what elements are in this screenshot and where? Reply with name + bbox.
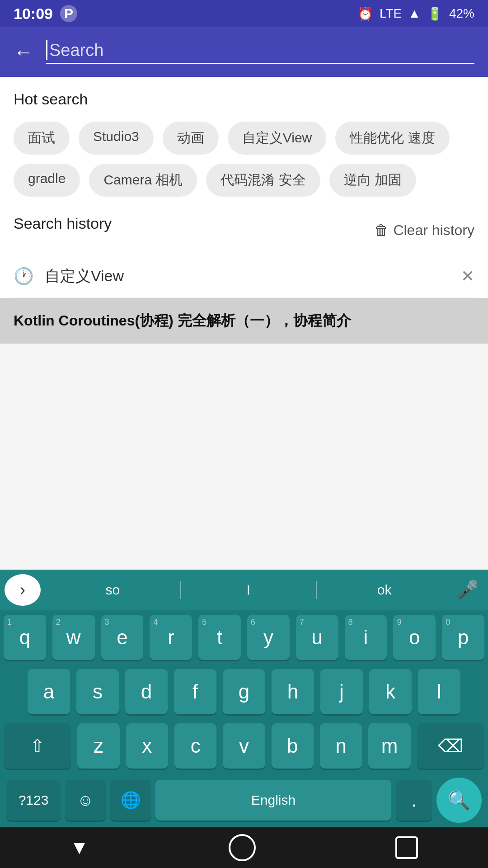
search-bar: ← Search	[0, 27, 488, 77]
globe-icon: 🌐	[121, 791, 141, 810]
suggestion-so[interactable]: so	[45, 582, 180, 598]
key-h[interactable]: h	[272, 669, 314, 714]
key-space[interactable]: English	[155, 780, 391, 821]
clear-history-label: Clear history	[393, 222, 474, 239]
suggestion-ok[interactable]: ok	[317, 582, 452, 598]
tag-item[interactable]: gradle	[14, 164, 80, 197]
key-x[interactable]: x	[126, 723, 168, 769]
key-period[interactable]: .	[396, 780, 432, 821]
history-item-text[interactable]: 自定义View	[45, 266, 124, 287]
key-globe[interactable]: 🌐	[110, 780, 151, 821]
key-o[interactable]: 9o	[393, 615, 436, 660]
key-n[interactable]: n	[320, 723, 362, 769]
key-j[interactable]: j	[320, 669, 363, 714]
keyboard-row-1: 1q 2w 3e 4r 5t 6y 7u 8i 9o 0p	[0, 610, 488, 665]
history-header: Search history 🗑 Clear history	[14, 215, 474, 246]
key-p[interactable]: 0p	[442, 615, 484, 660]
tag-item[interactable]: 逆向 加固	[329, 164, 416, 197]
search-history-title: Search history	[14, 215, 112, 232]
key-l[interactable]: l	[418, 669, 460, 714]
nav-home-icon	[229, 834, 256, 861]
suggestions-row: › so I ok 🎤	[0, 570, 488, 610]
navigation-bar: ▼	[0, 827, 488, 868]
search-history-section: Search history 🗑 Clear history 🕐 自定义View…	[14, 215, 474, 298]
key-emoji[interactable]: ☺	[65, 780, 106, 821]
nav-back-icon: ▼	[70, 837, 89, 858]
clock-icon: 🕐	[14, 267, 34, 286]
key-numbers[interactable]: ?123	[6, 780, 61, 821]
key-z[interactable]: z	[77, 723, 119, 769]
history-item-close[interactable]: ✕	[461, 267, 474, 286]
tag-item[interactable]: 面试	[14, 122, 70, 155]
key-y[interactable]: 6y	[247, 615, 290, 660]
keyboard-bottom-row: ?123 ☺ 🌐 English . 🔍	[0, 773, 488, 827]
suggestions-words: so I ok	[45, 581, 452, 599]
period-label: .	[411, 790, 416, 811]
mic-icon: 🎤	[456, 579, 479, 600]
status-p-icon: P	[60, 5, 77, 22]
status-right: ⏰ LTE ▲ 🔋 42%	[357, 6, 474, 21]
search-placeholder: Search	[49, 41, 103, 60]
key-u[interactable]: 7u	[296, 615, 338, 660]
tag-item[interactable]: 动画	[163, 122, 219, 155]
hot-search-title: Hot search	[14, 90, 474, 108]
key-c[interactable]: c	[174, 723, 216, 769]
key-f[interactable]: f	[174, 669, 216, 714]
keyboard-expand-button[interactable]: ›	[5, 574, 41, 606]
key-a[interactable]: a	[28, 669, 70, 714]
space-label: English	[251, 793, 296, 808]
nav-recents-icon	[395, 836, 418, 859]
signal-icon: ▲	[408, 6, 421, 21]
alarm-icon: ⏰	[357, 6, 373, 21]
key-g[interactable]: g	[223, 669, 265, 714]
key-t[interactable]: 5t	[198, 615, 241, 660]
search-icon: 🔍	[448, 790, 470, 811]
emoji-icon: ☺	[77, 791, 94, 810]
backspace-icon: ⌫	[438, 736, 464, 756]
keyboard-row-3: ⇧ z x c v b n m ⌫	[0, 719, 488, 773]
tag-item[interactable]: 自定义View	[228, 122, 326, 155]
key-b[interactable]: b	[272, 723, 314, 769]
keyboard-row-2: a s d f g h j k l	[0, 665, 488, 719]
nav-home-button[interactable]	[229, 834, 256, 861]
tag-item[interactable]: 代码混淆 安全	[206, 164, 320, 197]
key-k[interactable]: k	[369, 669, 412, 714]
status-time: 10:09	[14, 5, 53, 23]
nav-back-button[interactable]: ▼	[70, 837, 89, 859]
hot-tags-container: 面试 Studio3 动画 自定义View 性能优化 速度 gradle Cam…	[14, 122, 474, 197]
tag-item[interactable]: 性能优化 速度	[335, 122, 449, 155]
history-item-left: 🕐 自定义View	[14, 266, 124, 287]
search-input-area[interactable]: Search	[46, 40, 474, 64]
main-content: Hot search 面试 Studio3 动画 自定义View 性能优化 速度…	[0, 77, 488, 298]
nav-recents-button[interactable]	[395, 836, 418, 859]
keyboard: › so I ok 🎤 1q 2w 3e 4r 5t 6y 7u 8i 9o 0…	[0, 570, 488, 827]
key-search[interactable]: 🔍	[436, 778, 482, 823]
key-r[interactable]: 4r	[150, 615, 192, 660]
key-q[interactable]: 1q	[4, 615, 46, 660]
numbers-label: ?123	[19, 793, 49, 808]
key-m[interactable]: m	[368, 723, 410, 769]
key-w[interactable]: 2w	[52, 615, 95, 660]
shift-icon: ⇧	[30, 736, 45, 756]
key-v[interactable]: v	[223, 723, 265, 769]
battery-icon: 🔋	[427, 6, 443, 21]
article-preview: Kotlin Coroutines(协程) 完全解析（一），协程简介	[0, 298, 488, 344]
key-shift[interactable]: ⇧	[4, 723, 71, 769]
search-cursor	[46, 40, 47, 60]
tag-item[interactable]: Studio3	[79, 122, 154, 155]
mic-button[interactable]: 🎤	[452, 574, 483, 606]
tag-item[interactable]: Camera 相机	[89, 164, 197, 197]
suggestion-i[interactable]: I	[181, 582, 316, 598]
article-title: Kotlin Coroutines(协程) 完全解析（一），协程简介	[14, 312, 351, 329]
key-backspace[interactable]: ⌫	[417, 723, 484, 769]
history-item: 🕐 自定义View ✕	[14, 255, 474, 298]
key-s[interactable]: s	[76, 669, 119, 714]
back-button[interactable]: ←	[14, 41, 33, 63]
key-i[interactable]: 8i	[345, 615, 387, 660]
clear-history-button[interactable]: 🗑 Clear history	[374, 222, 474, 239]
key-e[interactable]: 3e	[101, 615, 144, 660]
status-bar: 10:09 P ⏰ LTE ▲ 🔋 42%	[0, 0, 488, 27]
key-d[interactable]: d	[125, 669, 168, 714]
battery-level: 42%	[449, 6, 474, 21]
hot-search-section: Hot search 面试 Studio3 动画 自定义View 性能优化 速度…	[14, 90, 474, 197]
